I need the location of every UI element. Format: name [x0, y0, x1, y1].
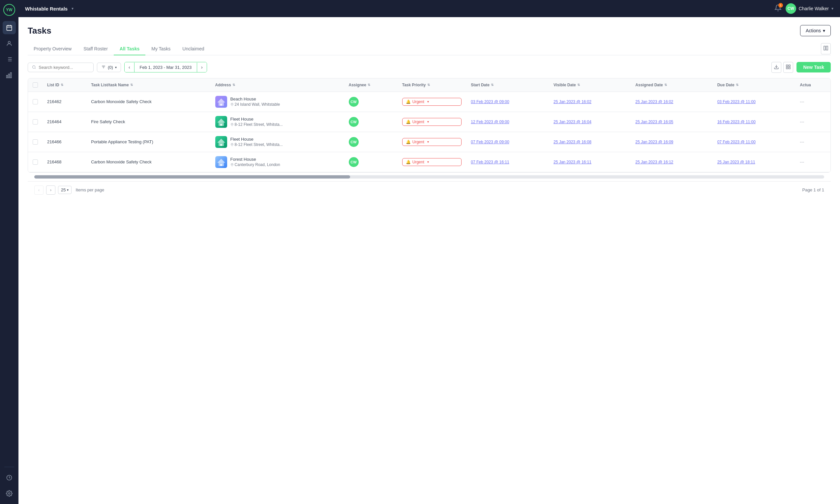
priority-badge-3[interactable]: 🔔 Urgent ▾ — [402, 158, 462, 166]
due-date-2[interactable]: 07 Feb 2023 @ 11:00 — [717, 140, 756, 144]
priority-icon-0: 🔔 — [406, 100, 411, 104]
svg-point-42 — [231, 144, 232, 145]
tab-unclaimed[interactable]: Unclaimed — [176, 43, 210, 55]
sort-visible-date-icon[interactable]: ⇅ — [577, 83, 580, 87]
visible-date-0[interactable]: 25 Jan 2023 @ 16:02 — [554, 100, 591, 104]
svg-rect-26 — [786, 67, 788, 69]
visible-date-1[interactable]: 25 Jan 2023 @ 16:04 — [554, 120, 591, 124]
priority-icon-3: 🔔 — [406, 160, 411, 164]
sidebar-item-person[interactable] — [3, 37, 16, 50]
page-size-select[interactable]: 25 ▾ — [58, 186, 72, 194]
sort-address-icon[interactable]: ⇅ — [232, 83, 235, 87]
select-all-checkbox[interactable] — [33, 82, 38, 88]
tabs: Property Overview Staff Roster All Tasks… — [28, 43, 831, 55]
sort-start-date-icon[interactable]: ⇅ — [491, 83, 493, 87]
table-row: 216462 Carbon Monoxide Safety Check Beac… — [28, 92, 830, 112]
priority-chevron-icon-3: ▾ — [427, 160, 429, 164]
table-row: 216468 Carbon Monoxide Safety Check Fore… — [28, 152, 830, 172]
filter-button[interactable]: (0) ▾ — [97, 62, 121, 72]
date-prev-button[interactable]: ‹ — [125, 62, 134, 72]
visible-date-3[interactable]: 25 Jan 2023 @ 16:11 — [554, 160, 591, 164]
main-wrapper: Whistable Rentals ▾ 1 CW Charlie Walker … — [18, 0, 840, 504]
search-input[interactable] — [39, 65, 89, 70]
priority-badge-0[interactable]: 🔔 Urgent ▾ — [402, 98, 462, 106]
due-date-0[interactable]: 03 Feb 2023 @ 11:00 — [717, 100, 756, 104]
address-name-3: Forest House — [230, 157, 280, 162]
tab-all-tasks[interactable]: All Tasks — [114, 43, 145, 55]
user-avatar: CW — [786, 3, 796, 14]
priority-badge-1[interactable]: 🔔 Urgent ▾ — [402, 118, 462, 126]
new-task-button[interactable]: New Task — [797, 62, 831, 72]
sidebar-item-settings[interactable] — [3, 487, 16, 500]
priority-chevron-icon-1: ▾ — [427, 120, 429, 124]
priority-icon-1: 🔔 — [406, 120, 411, 124]
sort-assigned-date-icon[interactable]: ⇅ — [664, 83, 667, 87]
visible-date-2[interactable]: 25 Jan 2023 @ 16:08 — [554, 140, 591, 144]
start-date-0[interactable]: 03 Feb 2023 @ 09:00 — [471, 100, 509, 104]
start-date-1[interactable]: 12 Feb 2023 @ 09:00 — [471, 120, 509, 124]
grid-view-icon[interactable] — [783, 62, 793, 73]
row-checkbox-1[interactable] — [33, 119, 38, 125]
sidebar-item-list[interactable] — [3, 53, 16, 66]
search-box[interactable] — [28, 62, 94, 72]
task-name-0: Carbon Monoxide Safety Check — [91, 99, 152, 104]
tab-my-tasks[interactable]: My Tasks — [145, 43, 176, 55]
actions-button[interactable]: Actions ▾ — [800, 25, 831, 36]
svg-rect-17 — [826, 46, 828, 50]
due-date-3[interactable]: 25 Jan 2023 @ 18:11 — [717, 160, 755, 164]
sort-list-id-icon[interactable]: ⇅ — [61, 83, 63, 87]
svg-line-19 — [35, 68, 36, 69]
pagination-prev-button[interactable]: ‹ — [34, 185, 43, 195]
column-config-icon[interactable] — [821, 43, 831, 54]
page-title: Tasks — [28, 26, 800, 36]
svg-point-15 — [8, 493, 10, 494]
date-range-label: Feb 1, 2023 - Mar 31, 2023 — [134, 62, 197, 72]
sidebar-logo[interactable]: YW — [3, 4, 15, 16]
svg-rect-16 — [824, 46, 825, 50]
sidebar-item-analytics[interactable] — [3, 69, 16, 82]
assignee-avatar-1: CW — [349, 117, 359, 127]
tab-property-overview[interactable]: Property Overview — [28, 43, 77, 55]
sort-assignee-icon[interactable]: ⇅ — [368, 83, 370, 87]
sort-due-date-icon[interactable]: ⇅ — [736, 83, 738, 87]
start-date-3[interactable]: 07 Feb 2023 @ 16:11 — [471, 160, 509, 164]
sidebar-item-calendar[interactable] — [3, 21, 16, 34]
sort-priority-icon[interactable]: ⇅ — [427, 83, 430, 87]
address-thumbnail-1 — [215, 116, 227, 128]
horizontal-scrollbar[interactable] — [34, 175, 824, 179]
sidebar-item-tasks[interactable] — [3, 471, 16, 484]
date-next-button[interactable]: › — [197, 62, 207, 72]
row-checkbox-0[interactable] — [33, 99, 38, 104]
col-assigned-date: Assigned Date ⇅ — [631, 78, 713, 92]
export-icon[interactable] — [771, 62, 781, 73]
col-list-id: List ID ⇅ — [42, 78, 86, 92]
topbar-notifications[interactable]: 1 — [774, 4, 782, 13]
topbar-user[interactable]: CW Charlie Walker ▾ — [786, 3, 834, 14]
svg-point-37 — [231, 124, 232, 125]
assigned-date-1[interactable]: 25 Jan 2023 @ 16:05 — [635, 120, 673, 124]
priority-badge-2[interactable]: 🔔 Urgent ▾ — [402, 138, 462, 146]
row-checkbox-2[interactable] — [33, 139, 38, 145]
pagination-next-button[interactable]: › — [46, 185, 55, 195]
topbar-chevron-icon[interactable]: ▾ — [72, 6, 73, 11]
assigned-date-2[interactable]: 25 Jan 2023 @ 16:09 — [635, 140, 673, 144]
row-checkbox-3[interactable] — [33, 159, 38, 165]
address-street-2: 8-12 Fleet Street, Whitsta... — [230, 142, 283, 147]
filter-icon — [101, 65, 106, 70]
assigned-date-3[interactable]: 25 Jan 2023 @ 16:12 — [635, 160, 673, 164]
scroll-thumb[interactable] — [34, 175, 350, 179]
tab-staff-roster[interactable]: Staff Roster — [77, 43, 114, 55]
list-id-2: 216466 — [47, 139, 61, 144]
list-id-0: 216462 — [47, 99, 61, 104]
sort-task-name-icon[interactable]: ⇅ — [130, 83, 133, 87]
address-name-0: Beach House — [230, 96, 280, 102]
svg-rect-11 — [6, 75, 7, 78]
task-name-3: Carbon Monoxide Safety Check — [91, 159, 152, 164]
assigned-date-0[interactable]: 25 Jan 2023 @ 16:02 — [635, 100, 673, 104]
assignee-avatar-2: CW — [349, 137, 359, 147]
due-date-1[interactable]: 16 Feb 2023 @ 11:00 — [717, 120, 756, 124]
svg-point-4 — [8, 41, 11, 43]
start-date-2[interactable]: 07 Feb 2023 @ 09:00 — [471, 140, 509, 144]
search-icon — [32, 65, 36, 70]
address-cell-1: Fleet House 8-12 Fleet Street, Whitsta..… — [215, 116, 339, 128]
